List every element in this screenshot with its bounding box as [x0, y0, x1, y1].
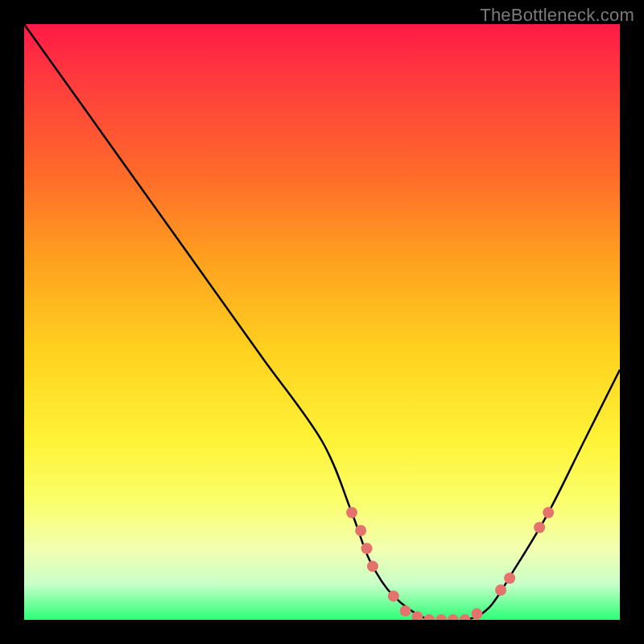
attribution-label: TheBottleneck.com — [480, 5, 634, 26]
marker-dot — [448, 614, 459, 620]
highlight-markers — [346, 507, 554, 620]
marker-dot — [367, 560, 378, 572]
marker-dot — [460, 614, 471, 620]
marker-dot — [346, 507, 357, 518]
marker-dot — [495, 584, 506, 596]
marker-dot — [388, 590, 399, 601]
marker-dot — [543, 507, 554, 518]
chart-svg — [24, 24, 620, 620]
marker-dot — [436, 614, 447, 620]
marker-dot — [534, 522, 545, 533]
chart-stage: TheBottleneck.com — [0, 0, 644, 644]
marker-dot — [355, 525, 366, 536]
marker-dot — [423, 614, 435, 620]
bottleneck-curve-path — [24, 24, 620, 620]
plot-area — [24, 24, 620, 620]
marker-dot — [400, 605, 411, 617]
marker-dot — [361, 543, 373, 554]
marker-dot — [504, 572, 515, 584]
marker-dot — [471, 609, 482, 620]
